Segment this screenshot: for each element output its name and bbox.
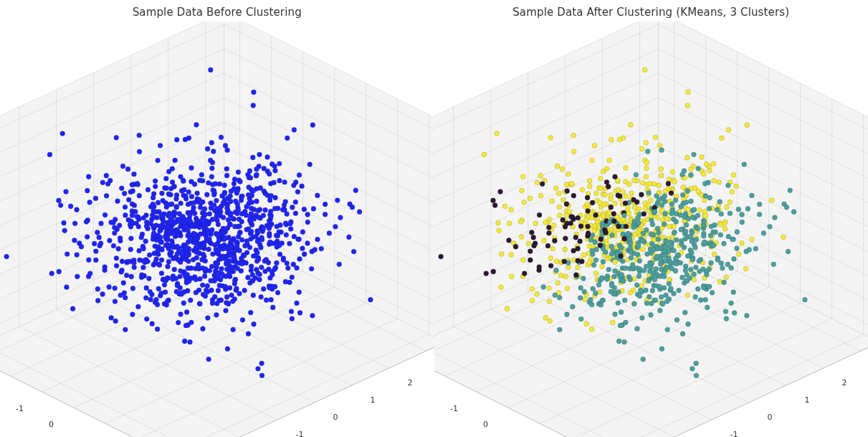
svg-point-1906 (722, 227, 728, 232)
svg-point-2114 (704, 272, 709, 277)
svg-point-619 (141, 258, 146, 263)
svg-point-2133 (692, 294, 697, 299)
svg-point-1922 (634, 283, 639, 288)
svg-point-1769 (697, 207, 702, 212)
svg-point-1176 (495, 220, 500, 225)
svg-point-1460 (691, 152, 696, 157)
svg-point-948 (277, 230, 282, 235)
svg-point-681 (146, 276, 151, 281)
svg-point-1018 (262, 258, 267, 263)
svg-point-333 (135, 215, 140, 220)
svg-point-118 (251, 103, 256, 108)
svg-point-972 (323, 212, 328, 217)
svg-point-190 (224, 166, 229, 171)
svg-point-1920 (621, 278, 626, 283)
svg-point-1177 (497, 189, 502, 194)
svg-point-583 (118, 293, 123, 298)
svg-point-803 (234, 244, 239, 249)
svg-point-989 (198, 301, 203, 306)
svg-point-1253 (564, 202, 569, 207)
svg-text:0: 0 (333, 413, 338, 422)
svg-point-1001 (290, 275, 295, 280)
svg-point-605 (169, 250, 174, 255)
svg-point-1708 (702, 198, 707, 203)
svg-point-2138 (728, 301, 733, 306)
svg-point-321 (70, 306, 75, 311)
svg-point-1323 (563, 225, 568, 230)
svg-point-1674 (640, 247, 645, 252)
svg-point-206 (211, 149, 216, 154)
svg-point-1850 (636, 258, 642, 263)
svg-point-1073 (351, 249, 356, 254)
svg-point-1061 (319, 246, 324, 251)
svg-point-1877 (649, 232, 654, 237)
svg-point-2056 (721, 241, 726, 246)
svg-point-1970 (615, 301, 620, 306)
svg-point-1005 (350, 205, 355, 210)
svg-point-1231 (564, 189, 569, 194)
svg-point-1812 (707, 206, 712, 211)
svg-point-111 (72, 221, 77, 226)
svg-point-1913 (639, 283, 644, 288)
svg-point-241 (134, 221, 139, 226)
svg-point-1817 (573, 273, 578, 278)
svg-point-2015 (646, 278, 651, 283)
svg-point-1034 (313, 248, 318, 253)
svg-point-2017 (692, 245, 697, 250)
svg-point-1216 (533, 221, 538, 226)
svg-point-723 (293, 199, 298, 205)
svg-point-1581 (603, 230, 608, 235)
svg-point-1056 (231, 327, 236, 332)
svg-point-827 (185, 273, 190, 278)
svg-point-1294 (590, 200, 595, 205)
svg-point-798 (200, 266, 205, 271)
svg-point-762 (178, 274, 183, 279)
svg-point-479 (128, 259, 133, 264)
svg-point-978 (287, 241, 292, 246)
svg-point-1793 (628, 250, 633, 255)
svg-point-1480 (642, 201, 647, 206)
svg-point-357 (128, 236, 133, 241)
svg-point-1998 (717, 232, 722, 238)
svg-point-2095 (659, 295, 664, 300)
svg-point-441 (121, 281, 126, 286)
svg-point-503 (169, 230, 174, 235)
svg-point-862 (174, 289, 179, 294)
svg-point-959 (235, 266, 240, 271)
svg-point-2077 (662, 286, 667, 291)
svg-point-939 (259, 245, 264, 250)
svg-point-1939 (769, 198, 774, 203)
svg-point-693 (221, 230, 226, 235)
svg-point-420 (95, 286, 100, 291)
svg-text:-1: -1 (730, 430, 738, 437)
svg-point-98 (62, 220, 67, 225)
svg-point-1454 (744, 123, 749, 128)
svg-point-1705 (665, 182, 670, 187)
svg-point-1830 (677, 213, 682, 218)
svg-point-795 (184, 254, 189, 259)
svg-point-2043 (638, 288, 643, 293)
svg-point-1055 (259, 294, 264, 299)
svg-point-1949 (694, 237, 699, 242)
svg-point-129 (122, 191, 127, 196)
svg-point-1537 (679, 172, 685, 177)
svg-point-582 (191, 231, 196, 236)
svg-point-1326 (560, 217, 565, 222)
svg-point-617 (146, 259, 151, 264)
svg-point-1201 (499, 252, 504, 257)
svg-point-127 (219, 135, 224, 140)
svg-point-172 (116, 246, 121, 251)
svg-point-916 (178, 286, 183, 291)
svg-point-463 (177, 211, 182, 216)
svg-point-2142 (680, 332, 685, 337)
svg-point-160 (164, 186, 169, 191)
svg-point-1513 (586, 231, 591, 236)
svg-point-2153 (802, 297, 807, 302)
svg-point-639 (246, 192, 251, 197)
svg-point-2119 (721, 280, 726, 285)
svg-point-1693 (624, 224, 629, 229)
svg-point-1751 (684, 199, 689, 205)
svg-point-2013 (662, 258, 667, 263)
svg-point-2127 (698, 298, 703, 303)
svg-point-275 (198, 205, 203, 210)
